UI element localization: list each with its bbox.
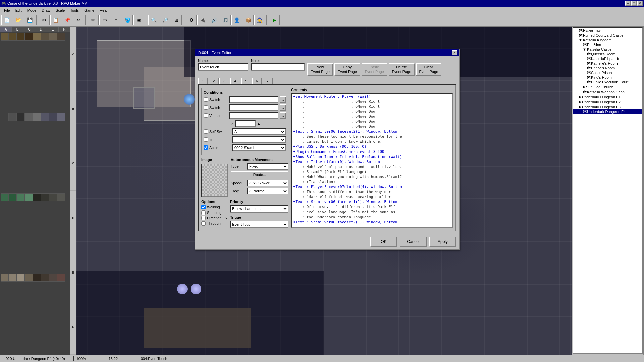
new-event-page-button[interactable]: New Event Page <box>307 63 333 76</box>
dialog-close-button[interactable]: ✕ <box>452 50 457 55</box>
ok-button[interactable]: OK <box>370 237 397 247</box>
actor-checkbox[interactable] <box>204 145 208 150</box>
priority-trigger-group: Priority Below characters Same as charac… <box>230 200 288 228</box>
content-line[interactable]: : : ◇Move Down <box>292 109 452 114</box>
right-side-panel: Contents ♦Set Movement Route : Player (W… <box>291 88 453 228</box>
content-line[interactable]: : the Underdark common language. <box>292 215 452 220</box>
stepping-label: Stepping <box>207 210 221 215</box>
content-line[interactable]: : : ◇Move Down <box>292 119 452 124</box>
variable-checkbox[interactable] <box>204 113 208 118</box>
variable-spinup[interactable]: ▲ <box>257 121 261 126</box>
options-title: Options <box>201 200 227 204</box>
conditions-title: Conditions <box>204 90 286 94</box>
content-line[interactable]: : curse, but I don't know which one. <box>292 139 452 144</box>
content-line[interactable]: : Of course, it's different, it's Dark E… <box>292 204 452 209</box>
am-freq-row: Freq: 1: Lowest 2: Lower 3: Normal 4: Hi… <box>231 188 288 194</box>
name-input[interactable] <box>198 63 248 71</box>
clear-event-page-button[interactable]: Clear Event Page <box>416 63 442 76</box>
am-type-select[interactable]: Fixed Random Approach Custom <box>247 163 288 170</box>
switch1-btn[interactable]: ... <box>280 96 286 103</box>
copy-event-page-button[interactable]: Copy Event Page <box>334 63 360 76</box>
content-line[interactable]: : : ◇Move Right <box>292 104 452 109</box>
content-line[interactable]: : Huh! vel'bol phu' dos xundus xuil rivv… <box>292 164 452 169</box>
cancel-button[interactable]: Cancel <box>400 237 427 247</box>
content-line[interactable]: : S'rami? (Dark Elf language) <box>292 169 452 174</box>
switch1-label: Switch <box>209 98 228 102</box>
page-tab-2[interactable]: 2 <box>209 78 219 84</box>
content-line[interactable]: ♦Text : Srami ver06 faceset1(1), Window,… <box>292 199 452 204</box>
content-line[interactable]: ♦Play BGS : Darkness (90, 100, 0) <box>292 144 452 149</box>
content-line[interactable]: : This sounds different than the way our <box>292 189 452 194</box>
am-freq-select[interactable]: 1: Lowest 2: Lower 3: Normal 4: Higher 5… <box>247 188 288 194</box>
content-line[interactable]: ♦Text : Irisvielface(0), Window, Bottom <box>292 159 452 164</box>
through-checkbox[interactable] <box>201 221 206 226</box>
switch1-checkbox[interactable] <box>204 97 208 102</box>
content-line[interactable]: ♦Set Movement Route : Player (Wait) <box>292 94 452 99</box>
apply-button[interactable]: Apply <box>429 237 456 247</box>
content-line[interactable]: : : ◇Move Down <box>292 124 452 129</box>
content-line[interactable]: ♦Text : PlayerFacever07clothed(4), Windo… <box>292 184 452 189</box>
item-select[interactable] <box>232 136 286 143</box>
content-line[interactable]: ♦Plugin Command : FocusCamera event 3 10… <box>292 149 452 154</box>
item-checkbox[interactable] <box>204 137 208 142</box>
condition-switch1-row: Switch ... <box>204 96 286 103</box>
condition-variable-value-row: ≥ ▲ <box>204 120 286 127</box>
page-tab-7[interactable]: 7 <box>263 78 273 84</box>
switch2-input[interactable] <box>229 104 278 111</box>
content-line[interactable]: ♦Text : Srami ver06 faceset2(1), Window,… <box>292 129 452 134</box>
am-speed-select[interactable]: 1: x8 Slower 2: x4 Slower 3: x2 Slower 4… <box>247 180 288 186</box>
direction-fix-checkbox[interactable] <box>201 216 206 220</box>
image-preview[interactable] <box>201 164 228 197</box>
priority-select[interactable]: Below characters Same as characters Abov… <box>230 205 288 213</box>
options-group: Options Walking Stepping D <box>201 200 227 228</box>
content-line[interactable]: : exclusive language. It's not the same … <box>292 209 452 215</box>
delete-event-page-button[interactable]: Delete Event Page <box>389 63 415 76</box>
paste-event-page-button[interactable]: Paste Event Page <box>362 63 387 76</box>
condition-switch2-row: Switch ... <box>204 104 286 111</box>
self-switch-select[interactable]: A B C D <box>232 128 286 135</box>
content-line[interactable]: : : ◇Move Right <box>292 99 452 104</box>
condition-actor-row: Actor 0002 S'rami <box>204 144 286 151</box>
switch2-checkbox[interactable] <box>204 105 208 110</box>
switch2-btn[interactable]: ... <box>280 104 286 111</box>
stepping-checkbox[interactable] <box>201 210 206 215</box>
page-tab-6[interactable]: 6 <box>252 78 262 84</box>
through-row: Through <box>201 221 227 226</box>
content-line[interactable]: ♦Text : Srami ver06 faceset2(1), Window,… <box>292 220 452 225</box>
actor-select[interactable]: 0002 S'rami <box>232 144 286 151</box>
trigger-select[interactable]: Action Button Player Touch Event Touch A… <box>230 221 288 228</box>
walking-row: Walking <box>201 205 227 209</box>
content-line[interactable]: : (Translation) <box>292 179 452 184</box>
dialog-title-bar: ID:004 - Event Editor ✕ <box>195 49 459 56</box>
self-switch-checkbox[interactable] <box>204 129 208 134</box>
options-priority-section: Options Walking Stepping D <box>201 200 288 228</box>
item-label: Item <box>209 138 231 142</box>
note-input[interactable] <box>251 63 305 71</box>
route-button[interactable]: Route... <box>231 171 288 178</box>
switch1-input[interactable] <box>229 96 278 103</box>
walking-label: Walking <box>207 205 220 209</box>
image-group: Image <box>201 158 228 197</box>
content-line[interactable]: : Huh! What are you doing with humans,S'… <box>292 174 452 179</box>
trigger-title: Trigger <box>230 215 288 219</box>
condition-variable-row: Variable ... <box>204 112 286 119</box>
contents-list[interactable]: ♦Set Movement Route : Player (Wait) : : … <box>291 93 453 228</box>
variable-input[interactable] <box>229 112 278 119</box>
page-tab-4[interactable]: 4 <box>230 78 240 84</box>
event-editor-dialog: ID:004 - Event Editor ✕ Name: Note: New <box>195 49 460 250</box>
page-tab-3[interactable]: 3 <box>219 78 229 84</box>
content-line[interactable]: : See. These two might be responsible fo… <box>292 134 452 139</box>
am-type-label: Type: <box>231 164 246 168</box>
content-line[interactable]: : 'dark elf friend' was speaking earlier… <box>292 194 452 199</box>
page-tab-5[interactable]: 5 <box>241 78 251 84</box>
content-line[interactable]: ♦Show Balloon Icon : Irisviel, Exclamati… <box>292 154 452 159</box>
contents-title: Contents <box>291 88 453 92</box>
condition-self-switch-row: Self Switch A B C D <box>204 128 286 135</box>
content-line[interactable]: : : ◇Move Down <box>292 114 452 119</box>
autonomous-movement-title: Autonomous Movement <box>231 158 288 162</box>
walking-checkbox[interactable] <box>201 205 206 209</box>
variable-btn[interactable]: ... <box>280 112 286 119</box>
variable-value-input[interactable] <box>235 120 256 127</box>
page-tab-1[interactable]: 1 <box>198 78 208 84</box>
autonomous-movement-group: Autonomous Movement Type: Fixed Random A… <box>231 158 288 197</box>
